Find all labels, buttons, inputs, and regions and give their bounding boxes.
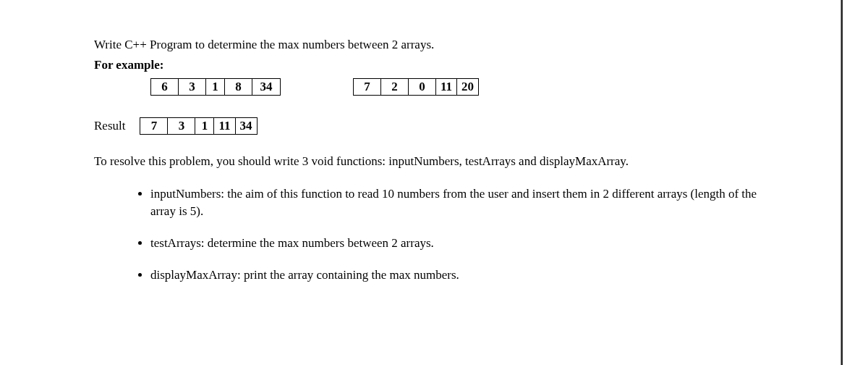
array-cell: 6 xyxy=(151,79,179,95)
array-cell: 20 xyxy=(457,79,478,95)
array-result: 7 3 1 11 34 xyxy=(140,117,257,135)
list-item: testArrays: determine the max numbers be… xyxy=(150,235,765,252)
array-cell: 2 xyxy=(381,79,409,95)
array-cell: 0 xyxy=(409,79,436,95)
array-cell: 11 xyxy=(436,79,457,95)
functions-list: inputNumbers: the aim of this function t… xyxy=(150,185,765,283)
array-cell: 3 xyxy=(168,118,195,134)
for-example-label: For example: xyxy=(94,56,774,74)
prompt-intro: Write C++ Program to determine the max n… xyxy=(94,36,774,54)
array-cell: 8 xyxy=(225,79,252,95)
array-cell: 34 xyxy=(252,79,280,95)
array-cell: 1 xyxy=(195,118,214,134)
example-arrays-row: 6 3 1 8 34 7 2 0 11 20 xyxy=(150,78,774,96)
result-row: Result 7 3 1 11 34 xyxy=(94,117,774,135)
array-cell: 3 xyxy=(179,79,206,95)
array-cell: 7 xyxy=(140,118,168,134)
list-item: displayMaxArray: print the array contain… xyxy=(150,267,765,284)
page-right-border xyxy=(841,0,843,365)
array-cell: 11 xyxy=(214,118,235,134)
array-cell: 1 xyxy=(206,79,225,95)
problem-description: To resolve this problem, you should writ… xyxy=(94,153,760,170)
result-label: Result xyxy=(94,117,125,135)
list-item: inputNumbers: the aim of this function t… xyxy=(150,185,765,220)
array-cell: 7 xyxy=(354,79,381,95)
array-a: 6 3 1 8 34 xyxy=(150,78,281,96)
array-b: 7 2 0 11 20 xyxy=(353,78,479,96)
array-cell: 34 xyxy=(236,118,257,134)
